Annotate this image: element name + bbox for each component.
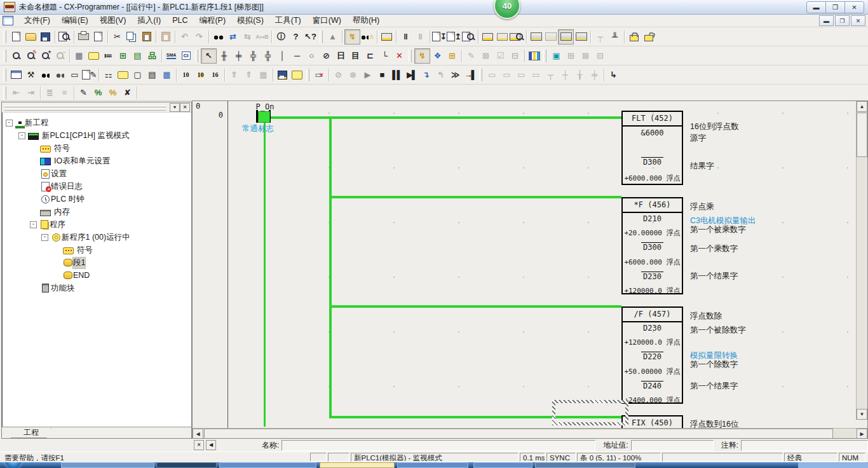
rung-manager-icon[interactable] — [527, 49, 541, 63]
pause-icon[interactable]: ‖ — [413, 30, 428, 44]
menu-view[interactable]: 视图(V) — [94, 15, 132, 27]
taskbar-button-4[interactable] — [397, 462, 468, 468]
horizontal-line-icon[interactable]: ─ — [290, 49, 304, 63]
taskbar-button-5[interactable] — [473, 462, 532, 468]
online-edit-icon[interactable]: ↯ — [414, 48, 430, 64]
scroll-left-icon[interactable]: ◀ — [193, 429, 203, 439]
panel-pin-icon[interactable]: ▾ — [170, 103, 180, 112]
operand-close-icon[interactable]: ✕ — [194, 440, 204, 450]
panel-close-icon[interactable]: ✕ — [180, 103, 190, 112]
operand[interactable]: D230 — [623, 324, 682, 333]
properties-icon[interactable]: ✎ — [82, 68, 97, 82]
scroll-right-icon[interactable]: ▶ — [857, 429, 867, 439]
ladder-editor[interactable]: P_On 常通标志 FLT (452) &6000 D300 +6000.000… — [192, 100, 868, 439]
sim-step-into-icon[interactable]: ↴ — [419, 68, 433, 82]
zoom-edit-icon[interactable]: ✎ — [24, 49, 38, 63]
tree-panel-header[interactable]: ▾ ✕ — [2, 102, 191, 113]
copy-icon[interactable] — [125, 30, 139, 44]
edit-delete-icon[interactable]: ✘ — [120, 86, 135, 100]
taskbar-button-3[interactable] — [219, 462, 316, 468]
redo-icon[interactable]: ↷ — [192, 30, 207, 44]
online-transfer-icon[interactable]: ⊞ — [445, 49, 459, 63]
tree-item-symbols[interactable]: 符号 — [2, 142, 191, 155]
open-file-icon[interactable] — [24, 30, 38, 44]
zoom-icon[interactable] — [9, 49, 24, 63]
address-input[interactable] — [631, 440, 714, 451]
new-contact-icon[interactable]: ╫ — [217, 49, 231, 63]
windows-taskbar[interactable] — [0, 462, 868, 468]
menu-insert[interactable]: 插入(I) — [132, 15, 166, 27]
unlock-icon[interactable] — [641, 30, 656, 44]
stop-at-icon[interactable]: ⊗ — [346, 68, 360, 82]
find-icon[interactable] — [211, 30, 226, 44]
print-preview-icon[interactable] — [91, 30, 105, 44]
tree-item-settings[interactable]: 设置 — [2, 167, 191, 180]
compile-program-icon[interactable]: ▲ — [325, 30, 340, 44]
or-closed-contact-icon[interactable]: ╬ — [261, 49, 275, 63]
expander-icon[interactable]: - — [30, 221, 37, 228]
find-next-icon[interactable]: ⇆ — [240, 30, 255, 44]
new-coil-icon[interactable]: ○ — [304, 49, 319, 63]
run-mode-icon[interactable] — [574, 30, 588, 44]
indent-icon[interactable]: ⇥ — [24, 86, 38, 100]
debug-mode-icon[interactable] — [543, 30, 558, 44]
info-icon[interactable]: ⓘ — [274, 30, 288, 44]
outdent-icon[interactable]: ⇤ — [9, 86, 24, 100]
restore-memory-icon[interactable] — [290, 68, 304, 82]
menu-edit[interactable]: 编辑(E) — [56, 15, 94, 27]
pause-monitor-icon[interactable]: ‖ — [398, 30, 413, 44]
menu-file[interactable]: 文件(F) — [18, 15, 56, 27]
enter-key-icon[interactable]: ↳ — [606, 68, 621, 82]
network-3-icon[interactable]: ▭ — [514, 68, 529, 82]
vertical-line-icon[interactable]: │ — [275, 49, 290, 63]
taskbar-button-1[interactable] — [61, 462, 154, 468]
ladder-canvas[interactable]: P_On 常通标志 FLT (452) &6000 D300 +6000.000… — [228, 101, 856, 428]
change-all-icon[interactable]: A↦B — [255, 30, 269, 44]
ci-view-icon[interactable]: CI — [179, 49, 193, 63]
monitor-mode-icon[interactable] — [558, 29, 574, 45]
vertical-scrollbar[interactable]: ▲ ▼ — [856, 101, 867, 420]
rung-join-icon[interactable]: ╁ — [573, 68, 587, 82]
force-status-icon[interactable]: ╨ — [607, 30, 622, 44]
name-input[interactable] — [281, 440, 595, 451]
operand[interactable]: D220 — [623, 352, 682, 361]
paste-special-icon[interactable] — [158, 30, 173, 44]
scroll-down-icon[interactable]: ▼ — [857, 409, 867, 420]
operand[interactable]: D210 — [623, 214, 682, 223]
sim-run-to-end-icon[interactable]: →▌ — [463, 68, 477, 82]
operand-back-icon[interactable]: ◀ — [206, 440, 216, 450]
program-mode-icon[interactable] — [529, 30, 543, 44]
rung-up-icon[interactable]: ┬ — [543, 68, 558, 82]
sim-stop-icon[interactable]: ■ — [375, 68, 390, 82]
list-view-icon[interactable]: ≣ — [43, 86, 57, 100]
selection-marquee[interactable] — [552, 400, 628, 425]
rung-split-icon[interactable]: ┼ — [558, 68, 573, 82]
or-contact-icon[interactable]: ╬ — [246, 49, 261, 63]
operand[interactable]: &6000 — [623, 128, 682, 137]
sim-step-out-icon[interactable]: ↰ — [433, 68, 448, 82]
child-minimize-button[interactable]: ▬ — [819, 15, 834, 26]
cancel-edit-icon[interactable]: ⊠ — [478, 49, 493, 63]
upload-symbols-icon[interactable]: ⇑ — [227, 68, 241, 82]
comment-input[interactable] — [741, 440, 868, 451]
new-instruction-icon[interactable]: 日 — [334, 49, 348, 63]
hscroll-thumb[interactable] — [204, 429, 833, 439]
tree-item-plc-clock[interactable]: PLC 时钟 — [2, 193, 191, 205]
menu-window[interactable]: 窗口(W) — [307, 15, 347, 27]
tree-item-plc[interactable]: - 新PLC1[CP1H] 监视模式 — [2, 129, 191, 142]
download-to-plc-icon[interactable]: ↧ — [432, 30, 447, 44]
transfer-settings-icon[interactable] — [495, 30, 510, 44]
auto-online-icon[interactable]: ⚠ — [360, 30, 375, 44]
sma-table-icon[interactable]: SMA — [164, 49, 179, 63]
select-tool-icon[interactable]: ↖ — [201, 48, 217, 64]
radix-decimal-icon[interactable]: 10 — [179, 68, 193, 82]
rung-merge-icon[interactable]: ╪ — [587, 68, 602, 82]
replace-icon[interactable]: ⇄ — [226, 30, 240, 44]
data-display-icon[interactable]: ▤ — [130, 49, 145, 63]
tab-project[interactable]: 工程 — [11, 428, 51, 438]
output-pane-icon[interactable]: ▤ — [145, 68, 159, 82]
tree-item-programs[interactable]: - 程序 — [2, 218, 191, 231]
menu-simulation[interactable]: 模拟(S) — [231, 15, 269, 27]
network-4-icon[interactable]: ▭ — [529, 68, 543, 82]
compile-check-icon[interactable] — [57, 30, 72, 44]
